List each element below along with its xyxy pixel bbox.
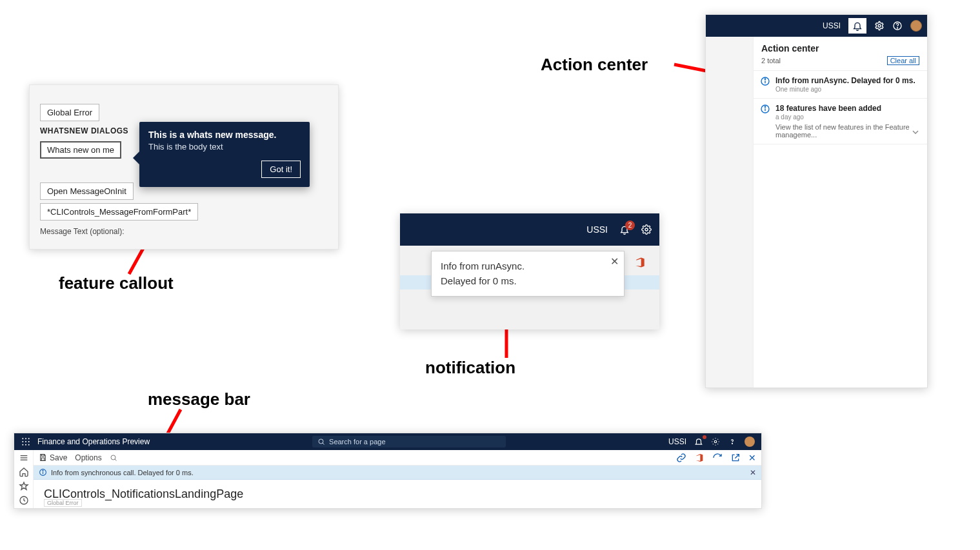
- clock-icon[interactable]: [19, 495, 29, 506]
- page-title: CLIControls_NotificationsLandingPage: [34, 480, 761, 501]
- search-box[interactable]: Search for a page: [312, 436, 506, 447]
- left-rail: [14, 450, 34, 508]
- action-center-title: Action center: [761, 43, 919, 54]
- svg-point-13: [765, 106, 765, 107]
- chevron-down-icon[interactable]: [910, 127, 921, 137]
- company-code: USSI: [823, 21, 841, 30]
- office-icon[interactable]: [694, 453, 705, 463]
- ac-item-desc: View the list of new features in the Fea…: [775, 123, 919, 139]
- whats-new-on-me-button[interactable]: Whats new on me: [40, 141, 121, 159]
- app-title: Finance and Operations Preview: [37, 437, 150, 446]
- ac-item-title: 18 features have been added: [775, 104, 919, 113]
- info-icon: [760, 104, 770, 114]
- help-icon[interactable]: [728, 437, 737, 446]
- panel-notification: USSI 2 ✕ Info from runAsync. Delayed for…: [400, 213, 659, 329]
- message-text-label: Message Text (optional):: [40, 227, 328, 236]
- ac-item-time: One minute ago: [775, 86, 919, 93]
- bell-icon: [852, 21, 863, 31]
- feature-callout-popup: This is a whats new message. This is the…: [139, 122, 310, 187]
- hamburger-icon[interactable]: [19, 453, 29, 463]
- avatar[interactable]: [910, 20, 922, 32]
- svg-rect-32: [41, 458, 44, 460]
- svg-point-19: [28, 441, 30, 442]
- save-button[interactable]: Save: [39, 453, 67, 462]
- ac-item-time: a day ago: [775, 113, 919, 121]
- info-icon: [760, 76, 770, 86]
- app-titlebar: Finance and Operations Preview Search fo…: [14, 433, 761, 450]
- svg-point-10: [765, 79, 765, 79]
- action-center-item[interactable]: Info from runAsync. Delayed for 0 ms. On…: [754, 70, 927, 98]
- popout-icon[interactable]: [730, 453, 741, 463]
- svg-point-4: [645, 228, 648, 231]
- action-center-item[interactable]: 18 features have been added a day ago Vi…: [754, 98, 927, 144]
- close-icon[interactable]: ✕: [748, 453, 756, 463]
- svg-point-22: [28, 444, 30, 446]
- svg-point-16: [28, 438, 30, 439]
- annotation-notification: notification: [425, 358, 515, 378]
- message-bar-close[interactable]: ✕: [750, 468, 756, 477]
- gear-icon[interactable]: [874, 21, 885, 31]
- notification-badge: 2: [625, 221, 635, 230]
- save-label: Save: [50, 453, 67, 462]
- bell-button-active[interactable]: [848, 18, 866, 34]
- svg-point-25: [714, 440, 717, 443]
- message-bar-text: Info from synchronous call. Delayed for …: [51, 469, 194, 476]
- waffle-icon[interactable]: [21, 437, 31, 447]
- options-button[interactable]: Options: [75, 453, 101, 462]
- toast-line2: Delayed for 0 ms.: [441, 274, 601, 289]
- callout-title: This is a whats new message.: [148, 130, 301, 140]
- svg-rect-31: [41, 455, 44, 457]
- svg-line-34: [115, 459, 117, 461]
- callout-body: This is the body text: [148, 142, 301, 152]
- annotation-message-bar: message bar: [148, 389, 250, 409]
- svg-point-26: [732, 443, 733, 444]
- search-placeholder: Search for a page: [329, 438, 385, 446]
- svg-point-7: [897, 28, 897, 28]
- svg-point-14: [22, 438, 23, 439]
- refresh-icon[interactable]: [712, 453, 723, 463]
- save-icon: [39, 453, 47, 462]
- annotation-feature-callout: feature callout: [59, 273, 174, 293]
- bell-button[interactable]: [694, 437, 703, 447]
- svg-point-33: [111, 455, 115, 460]
- link-icon[interactable]: [676, 453, 686, 463]
- action-center-topbar: USSI: [706, 15, 927, 37]
- office-icon[interactable]: [634, 256, 646, 269]
- company-code: USSI: [668, 437, 686, 446]
- search-icon: [317, 438, 325, 446]
- open-message-oninit-button[interactable]: Open MessageOnInit: [40, 182, 134, 200]
- ac-item-title: Info from runAsync. Delayed for 0 ms.: [775, 76, 919, 85]
- svg-point-15: [25, 438, 26, 439]
- avatar[interactable]: [745, 437, 755, 447]
- gear-icon[interactable]: [711, 437, 720, 446]
- truncated-remnant: Global Error: [44, 499, 82, 507]
- annotation-action-center: Action center: [541, 55, 648, 75]
- help-icon[interactable]: [892, 21, 903, 31]
- notification-toast: ✕ Info from runAsync. Delayed for 0 ms.: [431, 251, 625, 297]
- bell-icon: [694, 437, 703, 446]
- toolbar: Save Options ✕: [34, 450, 761, 466]
- got-it-button[interactable]: Got it!: [261, 161, 301, 178]
- company-code: USSI: [586, 224, 608, 235]
- global-error-button[interactable]: Global Error: [40, 104, 99, 121]
- action-center-pane: Action center 2 total Clear all Info fro…: [753, 37, 927, 388]
- svg-point-23: [319, 439, 323, 444]
- svg-point-21: [25, 444, 26, 446]
- svg-point-18: [25, 441, 26, 442]
- star-icon[interactable]: [19, 481, 29, 491]
- search-small-icon[interactable]: [110, 454, 117, 462]
- notification-dot: [703, 435, 706, 439]
- main-area: Save Options ✕ Info from synchronous cal…: [34, 450, 761, 508]
- gear-icon[interactable]: [641, 224, 652, 235]
- bell-button[interactable]: 2: [619, 224, 630, 235]
- panel-message-bar: Finance and Operations Preview Search fo…: [14, 433, 762, 509]
- info-icon: [39, 468, 47, 476]
- toast-close-button[interactable]: ✕: [610, 255, 619, 268]
- svg-point-37: [43, 470, 43, 471]
- home-icon[interactable]: [19, 467, 29, 477]
- panel-action-center: USSI Action center 2 total Clear all Inf…: [705, 14, 928, 388]
- svg-point-5: [878, 25, 881, 27]
- clear-all-button[interactable]: Clear all: [887, 56, 919, 65]
- clicontrols-button[interactable]: *CLIControls_MessageFromFormPart*: [40, 203, 198, 221]
- svg-line-24: [323, 443, 325, 445]
